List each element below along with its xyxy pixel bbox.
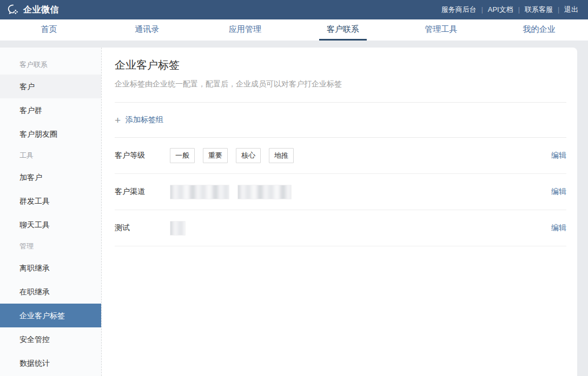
- redacted-tag: [170, 221, 186, 236]
- topbar-link-separator: |: [518, 6, 520, 14]
- nav-tab-label: 管理工具: [417, 19, 465, 41]
- tag-group-name: 测试: [115, 223, 170, 233]
- edit-tag-group-link[interactable]: 编辑: [551, 223, 566, 233]
- tag-chip: 核心: [236, 148, 261, 163]
- plus-icon: +: [115, 115, 121, 125]
- sidebar-item[interactable]: 数据统计: [0, 351, 101, 375]
- sidebar-item[interactable]: 客户: [0, 75, 101, 98]
- topbar-link[interactable]: 联系客服: [525, 5, 553, 15]
- add-tag-group-label: 添加标签组: [125, 115, 163, 125]
- redacted-blur: [237, 185, 292, 199]
- tag-list: 一般重要核心地推: [170, 148, 551, 163]
- redacted-blur: [170, 185, 229, 199]
- topbar-link[interactable]: 退出: [564, 5, 578, 15]
- sidebar-item[interactable]: 加客户: [0, 165, 101, 189]
- sidebar-item[interactable]: 聊天工具: [0, 213, 101, 237]
- topbar-link[interactable]: 服务商后台: [441, 5, 477, 15]
- nav-tab-label: 客户联系: [319, 19, 367, 41]
- sidebar-group-header: 客户联系: [0, 55, 101, 75]
- tag-group-row: 客户渠道编辑: [115, 174, 566, 210]
- brand-name: 企业微信: [23, 4, 59, 16]
- nav-tab[interactable]: 我的企业: [490, 19, 588, 41]
- nav-tab[interactable]: 管理工具: [392, 19, 490, 41]
- nav-tab[interactable]: 通讯录: [98, 19, 196, 41]
- redacted-blur: [170, 221, 186, 236]
- brand: 企业微信: [7, 4, 59, 16]
- page-subtitle: 企业标签由企业统一配置，配置后，企业成员可以对客户打企业标签: [115, 79, 566, 89]
- sidebar-item[interactable]: 企业客户标签: [0, 304, 101, 327]
- tag-group-name: 客户渠道: [115, 187, 170, 197]
- redacted-tag: [237, 185, 292, 199]
- tag-group-row: 客户等级一般重要核心地推编辑: [115, 138, 566, 174]
- sidebar-item[interactable]: 在职继承: [0, 280, 101, 304]
- nav-tabs: 首页通讯录应用管理客户联系管理工具我的企业: [0, 19, 588, 41]
- topbar-link[interactable]: API文档: [488, 5, 513, 15]
- edit-tag-group-link[interactable]: 编辑: [551, 187, 566, 197]
- main-panel: 企业客户标签 企业标签由企业统一配置，配置后，企业成员可以对客户打企业标签 + …: [102, 48, 577, 376]
- tag-list: [170, 185, 551, 199]
- sidebar-item[interactable]: 群发工具: [0, 189, 101, 213]
- scrollbar-gutter: [577, 48, 588, 376]
- nav-tab[interactable]: 首页: [0, 19, 98, 41]
- nav-tab-label: 我的企业: [515, 19, 563, 41]
- nav-tab-label: 应用管理: [221, 19, 269, 41]
- add-tag-group-button[interactable]: + 添加标签组: [115, 115, 163, 125]
- nav-tab[interactable]: 客户联系: [294, 19, 392, 41]
- nav-tab-label: 通讯录: [127, 19, 167, 41]
- sidebar: 客户联系客户客户群客户朋友圈工具加客户群发工具聊天工具管理离职继承在职继承企业客…: [0, 48, 102, 376]
- tag-group-list: 客户等级一般重要核心地推编辑客户渠道编辑测试编辑: [115, 138, 566, 246]
- sidebar-group-header: 工具: [0, 146, 101, 165]
- sidebar-item[interactable]: 离职继承: [0, 256, 101, 280]
- redacted-tag: [170, 185, 229, 199]
- tag-group-row: 测试编辑: [115, 210, 566, 246]
- topbar-links: 服务商后台|API文档|联系客服|退出: [441, 5, 578, 15]
- add-tag-group-row: + 添加标签组: [115, 103, 566, 138]
- nav-tab-label: 首页: [34, 19, 65, 41]
- sidebar-item[interactable]: 安全管控: [0, 327, 101, 351]
- sidebar-item[interactable]: 客户朋友圈: [0, 122, 101, 146]
- page-title: 企业客户标签: [115, 48, 566, 72]
- tag-chip: 一般: [170, 148, 195, 163]
- sidebar-item[interactable]: 客户群: [0, 98, 101, 122]
- tag-chip: 重要: [203, 148, 228, 163]
- wework-logo-icon: [7, 4, 19, 16]
- topbar-link-separator: |: [558, 6, 559, 14]
- topbar-link-separator: |: [481, 6, 483, 14]
- tag-group-name: 客户等级: [115, 151, 170, 160]
- page-body: 客户联系客户客户群客户朋友圈工具加客户群发工具聊天工具管理离职继承在职继承企业客…: [0, 48, 588, 376]
- tag-list: [170, 221, 551, 236]
- sidebar-group-header: 管理: [0, 237, 101, 256]
- topbar: 企业微信 服务商后台|API文档|联系客服|退出: [0, 0, 588, 19]
- edit-tag-group-link[interactable]: 编辑: [551, 151, 566, 160]
- tag-chip: 地推: [269, 148, 294, 163]
- nav-tab[interactable]: 应用管理: [196, 19, 294, 41]
